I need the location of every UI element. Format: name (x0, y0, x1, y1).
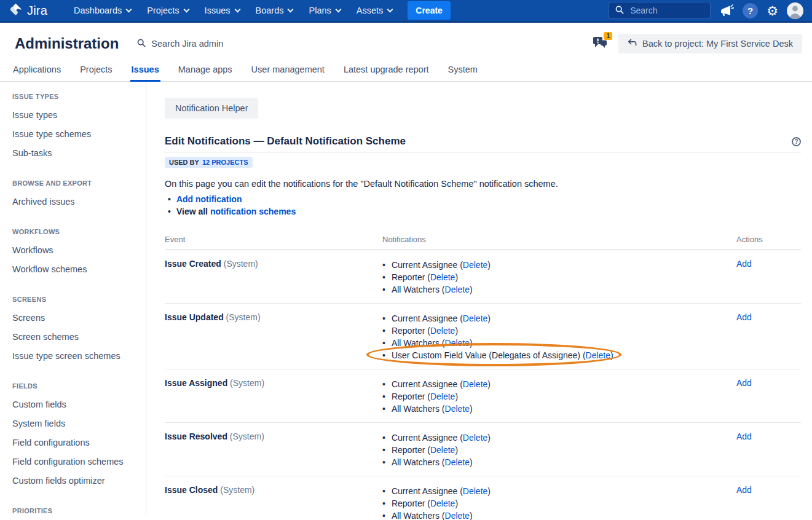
admin-search-input[interactable] (150, 38, 254, 49)
notification-item: User Custom Field Value (Delegates of As… (382, 349, 613, 361)
notification-label-close: ) (455, 445, 458, 455)
used-by-projects-link[interactable]: 12 PROJECTS (202, 159, 248, 166)
help-icon[interactable]: ? (743, 3, 758, 18)
notifications-cell: Current Assignee (Delete)Reporter (Delet… (382, 423, 736, 476)
help-question-icon[interactable]: ? (792, 137, 801, 146)
delete-notification-link[interactable]: Delete (445, 285, 470, 294)
add-notification-link[interactable]: Add (736, 259, 752, 269)
sidebar-item-issue-type-schemes[interactable]: Issue type schemes (12, 125, 146, 144)
delete-notification-link[interactable]: Delete (445, 404, 470, 414)
notification-item: Reporter (Delete) (382, 444, 458, 456)
admin-header: Administration 1 Back to project: My Fir… (0, 23, 812, 62)
back-button-label: Back to project: My First Service Desk (642, 39, 793, 49)
sidebar-item-field-configurations[interactable]: Field configurations (12, 433, 146, 452)
actions-cell: Add (736, 304, 801, 369)
topnav-plans[interactable]: Plans (301, 1, 348, 20)
topnav-boards[interactable]: Boards (248, 1, 301, 20)
announcements-megaphone-icon[interactable] (719, 4, 734, 17)
sidebar-item-screen-schemes[interactable]: Screen schemes (12, 328, 146, 347)
tab-latest-upgrade-report[interactable]: Latest upgrade report (342, 62, 430, 82)
column-header-actions: Actions (736, 231, 801, 250)
delete-notification-link[interactable]: Delete (463, 313, 487, 323)
tab-applications[interactable]: Applications (12, 62, 62, 82)
notification-schemes-link[interactable]: notification schemes (210, 207, 296, 216)
notification-label: Current Assignee ( (392, 379, 463, 389)
sidebar-item-issue-type-screen-schemes[interactable]: Issue type screen schemes (12, 347, 146, 366)
create-button[interactable]: Create (408, 1, 451, 20)
sidebar-section-browse-and-export: BROWSE AND EXPORTArchived issues (12, 179, 146, 211)
event-name: Issue Updated (165, 312, 224, 322)
sidebar-item-workflow-schemes[interactable]: Workflow schemes (12, 260, 146, 279)
topnav-label: Dashboards (74, 6, 122, 15)
topnav-label: Projects (147, 6, 179, 15)
sidebar-item-sub-tasks[interactable]: Sub-tasks (12, 144, 146, 163)
notification-label-close: ) (487, 313, 491, 323)
delete-notification-link[interactable]: Delete (463, 260, 487, 270)
settings-gear-icon[interactable]: ⚙ (767, 4, 778, 17)
used-by-label: USED BY (169, 159, 199, 166)
delete-notification-link[interactable]: Delete (463, 486, 487, 496)
tab-manage-apps[interactable]: Manage apps (177, 62, 234, 82)
notification-label-close: ) (487, 260, 491, 270)
topnav-dashboards[interactable]: Dashboards (66, 1, 139, 20)
notification-label: Reporter ( (392, 498, 430, 508)
delete-notification-link[interactable]: Delete (430, 326, 455, 336)
topnav-projects[interactable]: Projects (139, 1, 196, 20)
feedback-bubbles-icon[interactable]: 1 (593, 35, 611, 52)
add-notification-link[interactable]: Add (736, 485, 752, 495)
notification-label: Current Assignee ( (392, 260, 463, 270)
sidebar-item-system-fields[interactable]: System fields (12, 414, 146, 433)
event-name: Issue Assigned (165, 378, 227, 388)
delete-notification-link[interactable]: Delete (430, 272, 455, 282)
notification-helper-button[interactable]: Notification Helper (165, 98, 258, 119)
sidebar-item-screens[interactable]: Screens (12, 309, 146, 328)
global-search-input[interactable] (629, 5, 696, 16)
delete-notification-link[interactable]: Delete (430, 392, 455, 401)
sidebar-item-issue-types[interactable]: Issue types (12, 106, 146, 125)
sidebar-section-priorities: PRIORITIESPriorities (12, 507, 146, 520)
used-by-badge: USED BY 12 PROJECTS (165, 157, 253, 168)
sidebar-item-workflows[interactable]: Workflows (12, 241, 146, 260)
sidebar-item-custom-fields[interactable]: Custom fields (12, 395, 146, 414)
tab-user-management[interactable]: User management (250, 62, 326, 82)
user-avatar[interactable] (787, 2, 803, 19)
delete-notification-link[interactable]: Delete (586, 350, 610, 360)
sidebar-item-field-configuration-schemes[interactable]: Field configuration schemes (12, 452, 146, 471)
topnav-issues[interactable]: Issues (197, 1, 248, 20)
admin-sidebar: ISSUE TYPESIssue typesIssue type schemes… (0, 82, 146, 514)
tab-system[interactable]: System (447, 62, 479, 82)
add-notification-link[interactable]: Add notification (176, 194, 242, 204)
back-to-project-button[interactable]: Back to project: My First Service Desk (618, 34, 802, 53)
tab-issues[interactable]: Issues (130, 62, 160, 82)
notification-list: Current Assignee (Delete)Reporter (Delet… (382, 485, 736, 520)
notification-item: All Watchers (Delete) (382, 337, 473, 349)
delete-notification-link[interactable]: Delete (430, 445, 455, 455)
delete-notification-link[interactable]: Delete (430, 498, 455, 508)
tab-projects[interactable]: Projects (79, 62, 113, 82)
notification-label: All Watchers ( (392, 404, 445, 414)
notification-label-close: ) (487, 379, 491, 389)
add-notification-link[interactable]: Add (736, 431, 752, 441)
admin-tabs: ApplicationsProjectsIssuesManage appsUse… (0, 62, 812, 82)
delete-notification-link[interactable]: Delete (445, 338, 470, 348)
add-notification-link[interactable]: Add (736, 312, 752, 322)
delete-notification-link[interactable]: Delete (463, 433, 487, 443)
jira-logo-icon (9, 2, 23, 18)
section-heading: Edit Notifications — Default Notificatio… (165, 135, 406, 148)
chevron-down-icon (288, 6, 294, 12)
admin-search[interactable] (137, 38, 254, 49)
notification-label: Reporter ( (392, 272, 430, 282)
notification-item: All Watchers (Delete) (382, 403, 473, 415)
notification-list: Current Assignee (Delete)Reporter (Delet… (382, 312, 736, 361)
jira-logo[interactable]: Jira (9, 2, 47, 18)
delete-notification-link[interactable]: Delete (445, 511, 470, 520)
topnav-label: Issues (205, 6, 231, 15)
add-notification-link[interactable]: Add (736, 378, 752, 388)
topnav-assets[interactable]: Assets (349, 1, 401, 20)
delete-notification-link[interactable]: Delete (445, 457, 470, 467)
delete-notification-link[interactable]: Delete (463, 379, 487, 389)
sidebar-item-custom-fields-optimizer[interactable]: Custom fields optimizer (12, 471, 146, 490)
jira-logo-text: Jira (27, 4, 47, 18)
global-search[interactable] (609, 2, 711, 19)
sidebar-item-archived-issues[interactable]: Archived issues (12, 192, 146, 211)
